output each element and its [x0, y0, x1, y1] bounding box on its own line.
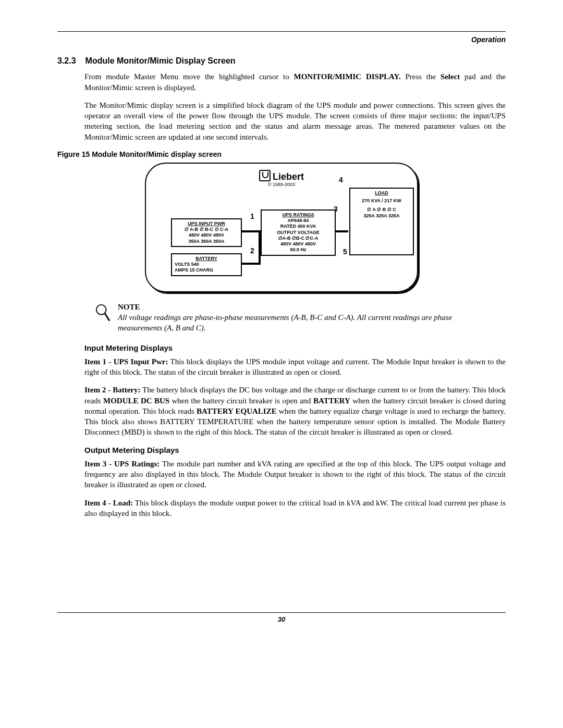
mimic-screen: Liebert © 1989-2003 1 2 3 4 5 UPS INPUT … [145, 163, 418, 292]
section-title: 3.2.3Module Monitor/Mimic Display Screen [57, 55, 506, 67]
note-title: NOTE [118, 302, 485, 312]
header-section-label: Operation [57, 35, 506, 45]
item-4-para: Item 4 - Load: This block displays the m… [57, 498, 506, 519]
item-2-para: Item 2 - Battery: The battery block disp… [57, 385, 506, 437]
header-rule [57, 31, 506, 32]
note-text: All voltage readings are phase-to-phase … [118, 312, 485, 334]
item-1-para: Item 1 - UPS Input Pwr: This block displ… [57, 356, 506, 378]
battery-box: BATTERY VOLTS 540 AMPS 15 CHARG [171, 253, 242, 276]
callout-5: 5 [343, 247, 347, 257]
callout-4: 4 [339, 175, 343, 185]
callout-2: 2 [250, 246, 254, 256]
liebert-logo-icon [259, 170, 271, 181]
ups-input-box: UPS INPUT PWR ∅ A-B ∅ B-C ∅ C-A 480V 480… [171, 218, 242, 247]
intro-para-1: From module Master Menu move the highlig… [57, 71, 506, 93]
page-footer: 30 [57, 612, 506, 624]
brand-text: Liebert [273, 171, 304, 182]
load-box: LOAD 270 KVA / 217 KW ∅ A ∅ B ∅ C 325A 3… [349, 188, 414, 255]
intro-para-2: The Monitor/Mimic display screen is a si… [57, 100, 506, 142]
note-content: NOTE All voltage readings are phase-to-p… [118, 302, 485, 334]
magnifier-icon [95, 303, 111, 323]
section-number: 3.2.3 [57, 56, 76, 65]
page-number: 30 [278, 615, 285, 623]
section-heading-text: Module Monitor/Mimic Display Screen [85, 56, 236, 65]
input-metering-heading: Input Metering Displays [84, 343, 506, 353]
figure-15: Liebert © 1989-2003 1 2 3 4 5 UPS INPUT … [57, 163, 506, 292]
callout-1: 1 [250, 212, 254, 221]
svg-line-1 [105, 313, 109, 321]
note-block: NOTE All voltage readings are phase-to-p… [95, 302, 506, 334]
output-metering-heading: Output Metering Displays [84, 445, 506, 455]
ups-ratings-box: UPS RATINGS AP648-84 RATED 400 KVA OUTPU… [261, 209, 336, 256]
item-3-para: Item 3 - UPS Ratings: The module part nu… [57, 459, 506, 490]
figure-caption: Figure 15 Module Monitor/Mimic display s… [57, 150, 506, 159]
copyright-text: © 1989-2003 [146, 181, 417, 188]
